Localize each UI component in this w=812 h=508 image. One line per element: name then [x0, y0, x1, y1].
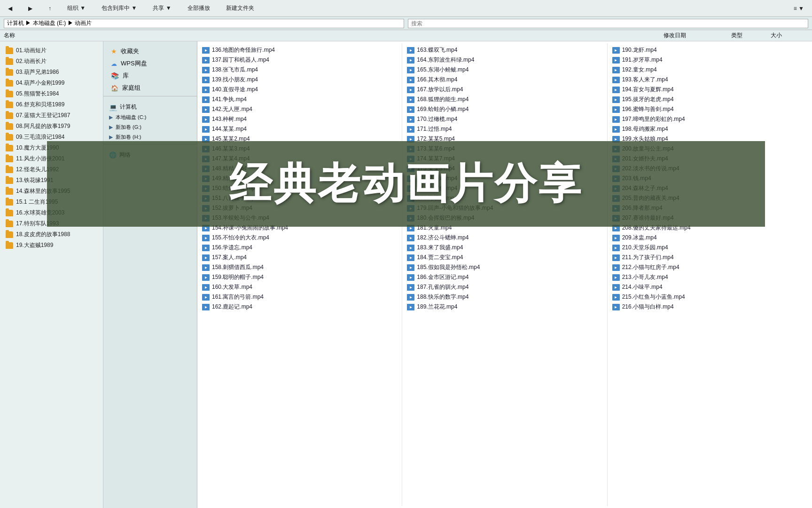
mp4-icon: ▶ — [407, 57, 414, 64]
list-item[interactable]: ▶184.贾二变宝.mp4 — [405, 253, 604, 262]
search-input[interactable] — [408, 19, 808, 28]
list-item[interactable]: ▶212.小猫与红房子.mp4 — [610, 262, 809, 272]
folder-icon-19 — [6, 242, 13, 249]
list-item[interactable]: ▶142.无人匣.mp4 — [200, 104, 399, 114]
date-header[interactable]: 修改日期 — [664, 32, 729, 40]
size-header[interactable]: 大小 — [771, 32, 808, 40]
list-item[interactable]: ▶137.园丁和机器人.mp4 — [200, 55, 399, 65]
mp4-icon: ▶ — [202, 304, 210, 310]
list-item[interactable]: ▶168.狐狸的能生.mp4 — [405, 95, 604, 104]
sidebar-folder-label-06: 06.舒克和贝塔1989 — [16, 101, 64, 109]
list-item[interactable]: ▶211.为了孩子们.mp4 — [610, 253, 809, 262]
sidebar: 01.动画短片 02.动画长片 03.葫芦兄弟1986 04.葫芦小金刚1999… — [0, 41, 103, 508]
list-item[interactable]: ▶215.小红鱼与小蓝鱼.mp4 — [610, 292, 809, 302]
forward-btn[interactable]: ▶ — [24, 4, 37, 13]
list-item[interactable]: ▶197.啼鸣里的彩虹的.mp4 — [610, 114, 809, 124]
list-item[interactable]: ▶191.岁牙草.mp4 — [610, 55, 809, 65]
address-input[interactable] — [4, 19, 404, 28]
list-item[interactable]: ▶162.鹿起记.mp4 — [200, 302, 399, 312]
up-btn[interactable]: ↑ — [44, 4, 55, 13]
list-item[interactable]: ▶214.小味平.mp4 — [610, 282, 809, 292]
list-item[interactable]: ▶185.假如我是孙悟松.mp4 — [405, 262, 604, 272]
list-item[interactable]: ▶136.地图的奇怪旅行.mp4 — [200, 45, 399, 55]
list-item[interactable]: ▶138.张飞市瓜.mp4 — [200, 65, 399, 75]
list-item[interactable]: ▶210.天堂乐园.mp4 — [610, 243, 809, 253]
list-item[interactable]: ▶144.某某.mp4 — [200, 124, 399, 134]
list-item[interactable]: ▶183.来了我盛.mp4 — [405, 243, 604, 253]
list-item[interactable]: ▶158.刺猬借西瓜.mp4 — [200, 262, 399, 272]
list-item[interactable]: ▶156.学遗忘.mp4 — [200, 243, 399, 253]
list-item[interactable]: ▶198.母鸡搬家.mp4 — [610, 124, 809, 134]
list-item[interactable]: ▶143.种树.mp4 — [200, 114, 399, 124]
sidebar-folder-label-01: 01.动画短片 — [16, 47, 47, 55]
sidebar-folder-19[interactable]: 19.大盗贼1989 — [0, 240, 103, 251]
toolbar-new-folder[interactable]: 新建文件夹 — [222, 3, 258, 14]
list-item[interactable]: ▶159.聪明的帽子.mp4 — [200, 272, 399, 282]
file-col-1: ▶136.地图的奇怪旅行.mp4 ▶137.园丁和机器人.mp4 ▶138.张飞… — [197, 43, 402, 506]
toolbar-play-all[interactable]: 全部播放 — [183, 3, 214, 14]
list-item[interactable]: ▶155.不怕冷的大衣.mp4 — [200, 233, 399, 243]
folder-icon-13 — [6, 177, 13, 184]
list-item[interactable]: ▶187.孔雀的驯火.mp4 — [405, 282, 604, 292]
mp4-icon: ▶ — [407, 77, 414, 83]
toolbar-include-lib[interactable]: 包含到库中 ▼ — [97, 3, 141, 14]
sidebar-folder-18[interactable]: 18.皮皮虎的故事1988 — [0, 229, 103, 240]
list-item[interactable]: ▶186.金市区游记.mp4 — [405, 272, 604, 282]
list-item[interactable]: ▶192.童女.mp4 — [610, 65, 809, 75]
list-item[interactable]: ▶182.济公斗蟋蟀.mp4 — [405, 233, 604, 243]
list-item[interactable]: ▶161.寓言的弓箭.mp4 — [200, 292, 399, 302]
toolbar-share[interactable]: 共享 ▼ — [148, 3, 175, 14]
list-item[interactable]: ▶195.拔牙的老虎.mp4 — [610, 95, 809, 104]
list-item[interactable]: ▶190.龙虾.mp4 — [610, 45, 809, 55]
nav-computer[interactable]: 💻 计算机 — [103, 102, 197, 112]
list-item[interactable]: ▶165.东湖小鳑鲏.mp4 — [405, 65, 604, 75]
folder-icon-12 — [6, 167, 13, 173]
library-item[interactable]: 📚 库 — [103, 70, 197, 82]
sidebar-folder-05[interactable]: 05.熊猫警长1984 — [0, 88, 103, 99]
list-item[interactable]: ▶196.蜜蜂与善剑.mp4 — [610, 104, 809, 114]
sidebar-folder-01[interactable]: 01.动画短片 — [0, 45, 103, 56]
view-toggle[interactable]: ≡ ▼ — [789, 4, 808, 13]
list-item[interactable]: ▶169.蛤蛙的小鳞.mp4 — [405, 104, 604, 114]
back-btn[interactable]: ◀ — [4, 4, 16, 13]
folder-icon-14 — [6, 188, 13, 195]
sidebar-folder-label-19: 19.大盗贼1989 — [16, 241, 53, 249]
list-item[interactable]: ▶189.兰花花.mp4 — [405, 302, 604, 312]
toolbar-organize[interactable]: 组织 ▼ — [63, 3, 90, 14]
type-header[interactable]: 类型 — [731, 32, 769, 40]
mp4-icon: ▶ — [202, 87, 210, 93]
nav-drive-g[interactable]: ▶ 新加卷 (G:) — [103, 122, 197, 132]
mp4-icon: ▶ — [407, 294, 414, 301]
list-item[interactable]: ▶157.案人.mp4 — [200, 253, 399, 262]
list-item[interactable]: ▶164.东郭波生科绿.mp4 — [405, 55, 604, 65]
list-item[interactable]: ▶160.大发草.mp4 — [200, 282, 399, 292]
sidebar-folder-03[interactable]: 03.葫芦兄弟1986 — [0, 67, 103, 78]
mp4-icon: ▶ — [407, 87, 414, 93]
list-item[interactable]: ▶141.争执.mp4 — [200, 95, 399, 104]
name-header[interactable]: 名称 — [4, 32, 662, 40]
favorites-item[interactable]: ★ 收藏夹 — [103, 45, 197, 57]
list-item[interactable]: ▶209.冰盅.mp4 — [610, 233, 809, 243]
homegroup-item[interactable]: 🏠 家庭组 — [103, 82, 197, 94]
list-item[interactable]: ▶170.过橄榄.mp4 — [405, 114, 604, 124]
list-item[interactable]: ▶163.蝶双飞.mp4 — [405, 45, 604, 55]
list-item[interactable]: ▶193.客人来了.mp4 — [610, 75, 809, 85]
list-item[interactable]: ▶140.直假寻途.mp4 — [200, 85, 399, 95]
list-item[interactable]: ▶171.过悟.mp4 — [405, 124, 604, 134]
nav-drive-h[interactable]: ▶ 新加卷 (H:) — [103, 132, 197, 142]
list-item[interactable]: ▶216.小猫与白样.mp4 — [610, 302, 809, 312]
list-item[interactable]: ▶166.其木彻.mp4 — [405, 75, 604, 85]
nav-drive-c[interactable]: ▶ 本地磁盘 (C:) — [103, 112, 197, 122]
list-item[interactable]: ▶139.找小朋友.mp4 — [200, 75, 399, 85]
sidebar-folder-08[interactable]: 08.阿凡提的故事1979 — [0, 121, 103, 132]
wps-item[interactable]: ☁ WPS网盘 — [103, 57, 197, 70]
list-item[interactable]: ▶213.小哥儿友.mp4 — [610, 272, 809, 282]
list-item[interactable]: ▶194.盲女与夏辉.mp4 — [610, 85, 809, 95]
sidebar-folder-04[interactable]: 04.葫芦小金刚1999 — [0, 78, 103, 88]
sidebar-folder-02[interactable]: 02.动画长片 — [0, 56, 103, 67]
sidebar-folder-06[interactable]: 06.舒克和贝塔1989 — [0, 99, 103, 110]
list-item[interactable]: ▶167.放学以后.mp4 — [405, 85, 604, 95]
folder-icon-18 — [6, 231, 13, 238]
sidebar-folder-07[interactable]: 07.蓝猫大王登记1987 — [0, 110, 103, 121]
list-item[interactable]: ▶188.快乐的数字.mp4 — [405, 292, 604, 302]
